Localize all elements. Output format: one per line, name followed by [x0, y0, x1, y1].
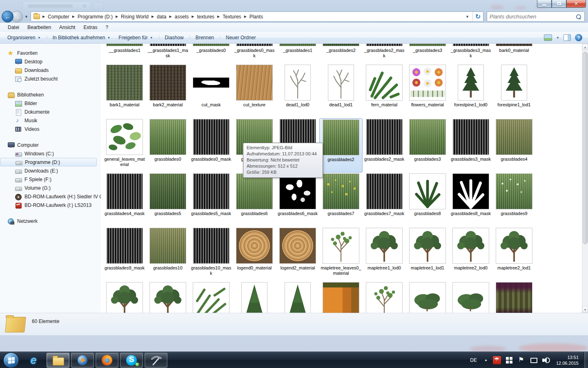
scrollbar-track[interactable] [582, 50, 588, 306]
start-button[interactable] [3, 352, 19, 368]
file-tile-grassblades5[interactable]: grassblades5 [146, 173, 189, 227]
show-desktop-button[interactable] [584, 352, 588, 368]
action-center-flag-icon[interactable] [517, 356, 526, 364]
sidebar-item-volume-g[interactable]: Volume (G:) [0, 184, 101, 192]
file-tile-grassblades3-mask[interactable]: grassblades3_mask [449, 118, 492, 173]
file-tile-forestpine1-lod0[interactable]: forestpine1_lod0 [449, 64, 492, 118]
file-tile-grassblades0-mask[interactable]: _grassblades0_mask [233, 44, 276, 64]
file-tile-mapletree3-lod1[interactable]: mapletree3_lod1 [146, 281, 189, 313]
clock[interactable]: 13:51 12.06.2015 [552, 355, 584, 366]
file-tile-grassblades3-mask[interactable]: _grassblades3_mask [449, 44, 492, 64]
taskbar-app-firefox[interactable] [96, 353, 118, 368]
menu-item-extras[interactable]: Extras [80, 24, 101, 31]
file-tile-grassblades10[interactable]: grassblades10 [146, 227, 189, 281]
sidebar-item-bd-rom-laufwerk-i-ls2013[interactable]: BD-ROM-Laufwerk (I:) LS2013 [0, 201, 101, 209]
menu-item-bearbeiten[interactable]: Bearbeiten [24, 24, 55, 31]
file-tile-flowers-material[interactable]: flowers_material [406, 64, 449, 118]
breadcrumb-segment-rising-world[interactable]: Rising World [119, 13, 151, 20]
file-tile-logend2-material[interactable]: logend2_material [276, 227, 319, 281]
file-tile-grassblades5-mask[interactable]: grassblades5_mask [189, 173, 233, 227]
sidebar-item-bibliotheken[interactable]: Bibliotheken [0, 90, 101, 99]
language-indicator[interactable]: DE [466, 357, 481, 363]
file-tile-grassblades2-mask[interactable]: grassblades2_mask [363, 118, 406, 173]
search-input[interactable] [487, 13, 576, 20]
file-tile-mapletree1-lod0[interactable]: mapletree1_lod0 [363, 227, 406, 281]
menu-item-[interactable]: ? [102, 24, 112, 31]
sidebar-item-dokumente[interactable]: Dokumente [0, 108, 101, 116]
toolbar-button-in-bibliothek-aufnehmen[interactable]: In Bibliothek aufnehmen▼ [49, 33, 115, 42]
scroll-up-icon[interactable]: ▲ [582, 44, 588, 50]
file-tile-grassblades0[interactable]: grassblades0 [146, 118, 189, 173]
toolbar-button-freigeben-f-r[interactable]: Freigeben für▼ [114, 33, 157, 42]
breadcrumb[interactable]: ▶Computer▶Programme (D:)▶Rising World▶da… [31, 11, 483, 22]
file-tile-bark1-material[interactable]: bark1_material [103, 64, 146, 118]
sidebar-item-downloads[interactable]: Downloads [0, 66, 101, 74]
file-tile-grassblades3[interactable]: grassblades3 [406, 118, 449, 173]
file-tile-grassblades0-mask[interactable]: grassblades0_mask [189, 118, 233, 173]
file-tile-grassblades0[interactable]: _grassblades0 [189, 44, 233, 64]
menu-item-datei[interactable]: Datei [4, 24, 23, 31]
back-button[interactable]: ← [2, 11, 13, 22]
file-tile-grassblades4[interactable]: grassblades4 [492, 118, 536, 173]
taskbar-app-media-player[interactable] [71, 353, 94, 368]
sidebar-item-musik[interactable]: Musik [0, 116, 101, 125]
history-dropdown-icon[interactable]: ▼ [23, 15, 31, 19]
file-tile-dead1-lod1[interactable]: dead1_lod1 [319, 64, 363, 118]
file-tile-mapletree2-lod0[interactable]: mapletree2_lod0 [449, 227, 492, 281]
search-icon[interactable] [576, 14, 581, 19]
help-icon[interactable]: ? [575, 34, 582, 41]
file-tile-logend0-material[interactable]: logend0_material [233, 227, 276, 281]
breadcrumb-segment-textures[interactable]: Textures [220, 13, 243, 20]
file-tile-grassblades3[interactable]: _grassblades3 [406, 44, 449, 64]
file-tile-pine1-lod0[interactable]: pine1_lod0 [233, 281, 276, 313]
file-tile-grassblades2-mask[interactable]: _grassblades2_mask [363, 44, 406, 64]
minimize-button[interactable] [537, 0, 552, 8]
toolbar-button-neuer-ordner[interactable]: Neuer Ordner [222, 33, 260, 42]
file-tile-grassblades7-mask[interactable]: grassblades7_mask [363, 173, 406, 227]
file-tile-grassblades1[interactable]: _grassblades1 [276, 44, 319, 64]
toolbar-button-organisieren[interactable]: Organisieren▼ [3, 33, 45, 42]
maximize-button[interactable] [552, 0, 566, 8]
file-tile-grassblades2[interactable]: _grassblades2 [319, 44, 363, 64]
sidebar-item-netzwerk[interactable]: Netzwerk [0, 217, 101, 225]
file-tile-grassblades7[interactable]: grassblades7 [319, 173, 363, 227]
taskbar-app-skype[interactable] [120, 353, 143, 368]
file-tile-mapletree-leaves0-material[interactable]: mapletree_leaves0_material [319, 227, 363, 281]
file-tile-grassblades1-mask[interactable]: __grassblades1_mask [146, 44, 189, 64]
windows-update-icon[interactable] [505, 356, 513, 364]
file-tile-pumpkin0-material[interactable]: pumpkin0_material [319, 281, 363, 313]
taskbar-app-internet-explorer[interactable]: e [22, 353, 45, 368]
menu-item-ansicht[interactable]: Ansicht [56, 24, 79, 31]
file-tile-dead1-lod0[interactable]: dead1_lod0 [276, 64, 319, 118]
sidebar-item-computer[interactable]: Computer [0, 141, 101, 149]
breadcrumb-segment-programme-d[interactable]: Programme (D:) [76, 13, 115, 20]
sidebar-item-bd-rom-laufwerk-h-siedler-iv-g[interactable]: BD-ROM-Laufwerk (H:) Siedler IV G [0, 192, 101, 201]
change-view-icon[interactable] [544, 34, 552, 41]
address-dropdown-icon[interactable]: ▼ [462, 15, 472, 19]
scrollbar-thumb[interactable] [583, 52, 588, 244]
file-tile-bark0-material[interactable]: bark0_material [492, 44, 536, 64]
breadcrumb-segment-textures[interactable]: textures [195, 13, 216, 20]
file-tile-forestpine1-lod1[interactable]: forestpine1_lod1 [492, 64, 536, 118]
scrollbar[interactable]: ▲ ▼ [582, 44, 588, 313]
sidebar-item-programme-d[interactable]: Programme (D:) [0, 158, 97, 166]
breadcrumb-segment-plants[interactable]: Plants [247, 13, 265, 20]
file-tile-scrub1-lod1[interactable]: scrub1_lod1 [449, 281, 492, 313]
sidebar-item-f-spiele-f[interactable]: F Spiele (F:) [0, 175, 101, 184]
file-tile-cut-mask[interactable]: cut_mask [189, 64, 233, 118]
refresh-icon[interactable]: ↻ [472, 11, 483, 22]
file-tile-grassblades6-mask[interactable]: grassblades6_mask [276, 173, 319, 227]
toolbar-button-brennen[interactable]: Brennen [192, 33, 218, 42]
file-tile-grassblades9-mask[interactable]: grassblades9_mask [103, 227, 146, 281]
file-tile-mapletree2-lod1[interactable]: mapletree2_lod1 [492, 227, 536, 281]
close-button[interactable]: ✕ [566, 0, 586, 8]
taskbar-app-rising-world[interactable] [145, 353, 167, 368]
file-tile-scrub-leaves0-material[interactable]: scrub_leaves0_material [363, 281, 406, 313]
sidebar-item-zuletzt-besucht[interactable]: Zuletzt besucht [0, 74, 101, 83]
file-tile-general-leaves-material[interactable]: general_leaves_material [103, 118, 146, 173]
file-tile-grassblades8[interactable]: grassblades8 [406, 173, 449, 227]
breadcrumb-segment-computer[interactable]: Computer [46, 13, 71, 20]
file-tile-cut-texture[interactable]: cut_texture [233, 64, 276, 118]
network-icon[interactable] [530, 356, 538, 364]
file-tile-grassblades9[interactable]: grassblades9 [492, 173, 536, 227]
